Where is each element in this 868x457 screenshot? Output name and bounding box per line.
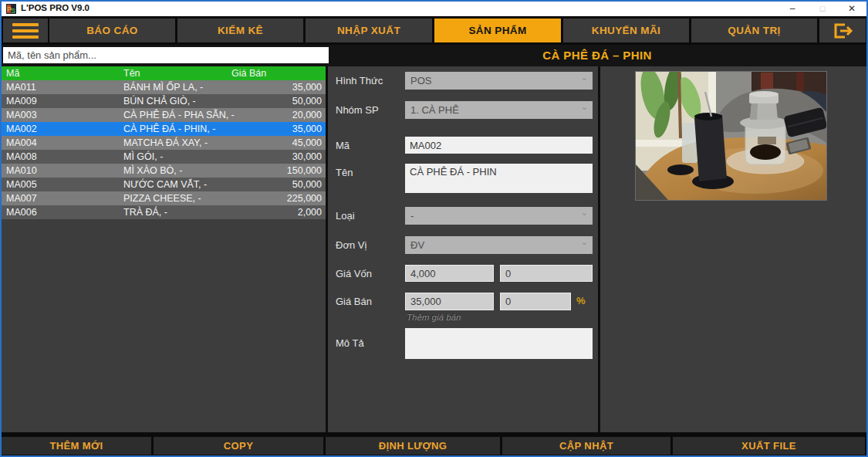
maximize-button[interactable]: □ xyxy=(813,2,832,16)
logout-button[interactable] xyxy=(819,19,866,42)
cell-price: 150,000 xyxy=(235,164,322,178)
search-input[interactable] xyxy=(3,47,329,63)
title-bar: P S L'POS PRO V9.0 – □ ✕ xyxy=(2,2,866,16)
close-button[interactable]: ✕ xyxy=(843,2,861,16)
window-title: L'POS PRO V9.0 xyxy=(21,3,90,12)
menu-tab-3[interactable]: NHẬP XUẤT xyxy=(306,19,432,42)
cell-code: MA002 xyxy=(6,122,37,136)
column-header-code: Mã xyxy=(6,66,19,80)
product-photo-panel xyxy=(600,66,866,432)
table-row[interactable]: MA008MÌ GÓI, -30,000 xyxy=(2,150,326,164)
cell-price: 35,000 xyxy=(235,122,322,136)
cap-nhat-button[interactable]: CẬP NHẬT xyxy=(502,437,670,455)
cell-price: 30,000 xyxy=(235,150,322,164)
cell-name: NƯỚC CAM VẮT, - xyxy=(123,178,207,191)
field-label-don-vi: Đơn Vị xyxy=(336,239,366,251)
them-moi-button[interactable]: THÊM MỚI xyxy=(2,437,151,455)
table-row[interactable]: MA002CÀ PHÊ ĐÁ - PHIN, -35,000 xyxy=(2,122,326,136)
gia-von-input[interactable] xyxy=(405,265,494,282)
hamburger-icon xyxy=(12,23,39,26)
cell-name: MÌ GÓI, - xyxy=(123,150,163,164)
gia-ban-input[interactable] xyxy=(405,293,494,310)
sub-header: CÀ PHÊ ĐÁ – PHIN xyxy=(2,45,866,66)
menu-tab-5[interactable]: KHUYẾN MÃI xyxy=(563,19,689,42)
dinh-luong-button[interactable]: ĐỊNH LƯỢNG xyxy=(326,437,500,455)
cell-price: 50,000 xyxy=(235,178,322,191)
gia-von-secondary-input[interactable] xyxy=(500,265,593,282)
main-menu-bar: BÁO CÁOKIỂM KÊNHẬP XUẤTSẢN PHẨMKHUYẾN MÃ… xyxy=(2,16,866,45)
menu-tab-6[interactable]: QUẢN TRỊ xyxy=(691,19,817,42)
cell-code: MA005 xyxy=(6,178,37,191)
hinh-thuc-select[interactable]: POS ⌄ xyxy=(405,72,593,90)
selected-product-title: CÀ PHÊ ĐÁ – PHIN xyxy=(328,45,866,66)
table-row[interactable]: MA011BÁNH MÌ ỐP LA, -35,000 xyxy=(2,80,326,94)
table-row[interactable]: MA005NƯỚC CAM VẮT, -50,000 xyxy=(2,178,326,191)
cell-price: 20,000 xyxy=(235,108,322,122)
gia-ban-percent-input[interactable] xyxy=(500,293,571,310)
field-label-gia-von: Giá Vốn xyxy=(336,268,372,279)
cell-code: MA004 xyxy=(6,136,37,150)
cell-name: CÀ PHÊ ĐÁ - PHA SẴN, - xyxy=(123,108,235,122)
product-photo xyxy=(635,71,827,201)
cell-price: 50,000 xyxy=(235,94,322,108)
table-row[interactable]: MA009BÚN CHẢ GIÒ, -50,000 xyxy=(2,94,326,108)
xuat-file-button[interactable]: XUẤT FILE xyxy=(673,437,865,455)
menu-tab-2[interactable]: KIỂM KÊ xyxy=(177,19,303,42)
app-logo-icon: P S xyxy=(6,4,16,14)
cell-code: MA007 xyxy=(6,191,37,205)
table-row[interactable]: MA007PIZZA CHEESE, -225,000 xyxy=(2,191,326,205)
product-form-panel: Hình Thức POS ⌄ Nhóm SP 1. CÀ PHÊ ⌄ Mã T… xyxy=(328,66,598,432)
cell-code: MA006 xyxy=(6,205,37,219)
loai-select[interactable]: - ⌄ xyxy=(405,207,593,225)
field-label-gia-ban: Giá Bán xyxy=(336,296,372,307)
them-gia-ban-link[interactable]: Thêm giá bán xyxy=(407,313,461,322)
ma-input[interactable] xyxy=(405,137,593,154)
cell-code: MA009 xyxy=(6,94,37,108)
percent-label: % xyxy=(576,295,586,306)
hamburger-menu-button[interactable] xyxy=(3,19,48,42)
cell-name: TRÀ ĐÁ, - xyxy=(123,205,167,219)
chevron-down-icon: ⌄ xyxy=(581,73,588,83)
table-row[interactable]: MA004MATCHA ĐÁ XAY, -45,000 xyxy=(2,136,326,150)
cell-code: MA008 xyxy=(6,150,37,164)
cell-code: MA011 xyxy=(6,80,36,94)
cell-name: MATCHA ĐÁ XAY, - xyxy=(123,136,208,150)
cell-price: 225,000 xyxy=(235,191,322,205)
main-area: Mã Tên Giá Bán MA011BÁNH MÌ ỐP LA, -35,0… xyxy=(2,66,866,432)
field-label-nhom-sp: Nhóm SP xyxy=(336,104,379,116)
cell-name: PIZZA CHEESE, - xyxy=(123,191,201,205)
menu-tab-1[interactable]: BÁO CÁO xyxy=(49,19,175,42)
cell-price: 35,000 xyxy=(235,80,322,94)
field-label-hinh-thuc: Hình Thức xyxy=(336,75,383,86)
field-label-ma: Mã xyxy=(336,140,350,151)
minimize-button[interactable]: – xyxy=(783,2,802,16)
chevron-down-icon: ⌄ xyxy=(581,102,588,112)
field-label-mo-ta: Mô Tả xyxy=(336,337,364,349)
app-window: P S L'POS PRO V9.0 – □ ✕ BÁO CÁOKIỂM KÊN… xyxy=(0,0,868,457)
chevron-down-icon: ⌄ xyxy=(581,237,588,247)
cell-name: MÌ XÀO BÒ, - xyxy=(123,164,182,178)
field-label-ten: Tên xyxy=(336,167,353,178)
menu-tab-4[interactable]: SẢN PHẨM xyxy=(434,19,561,42)
column-header-name: Tên xyxy=(123,66,140,80)
table-row[interactable]: MA010MÌ XÀO BÒ, -150,000 xyxy=(2,164,326,178)
chevron-down-icon: ⌄ xyxy=(581,208,588,218)
cell-name: BÁNH MÌ ỐP LA, - xyxy=(123,80,203,94)
copy-button[interactable]: COPY xyxy=(154,437,323,455)
logout-icon xyxy=(833,22,853,39)
ten-input[interactable]: CÀ PHÊ ĐÁ - PHIN xyxy=(405,164,593,193)
cell-price: 2,000 xyxy=(235,205,322,219)
nhom-sp-select[interactable]: 1. CÀ PHÊ ⌄ xyxy=(405,101,593,119)
field-label-loai: Loại xyxy=(336,210,355,222)
mo-ta-input[interactable] xyxy=(405,328,593,359)
table-row[interactable]: MA006TRÀ ĐÁ, -2,000 xyxy=(2,205,326,219)
cell-price: 45,000 xyxy=(235,136,322,150)
table-row[interactable]: MA003CÀ PHÊ ĐÁ - PHA SẴN, -20,000 xyxy=(2,108,326,122)
column-header-price: Giá Bán xyxy=(231,66,266,80)
product-list-panel: Mã Tên Giá Bán MA011BÁNH MÌ ỐP LA, -35,0… xyxy=(2,66,326,432)
cell-name: BÚN CHẢ GIÒ, - xyxy=(123,94,196,108)
cell-name: CÀ PHÊ ĐÁ - PHIN, - xyxy=(123,122,215,136)
table-header: Mã Tên Giá Bán xyxy=(2,66,326,80)
don-vi-select[interactable]: ĐV ⌄ xyxy=(405,236,593,254)
footer-button-bar: THÊM MỚICOPYĐỊNH LƯỢNGCẬP NHẬTXUẤT FILE xyxy=(2,432,866,455)
